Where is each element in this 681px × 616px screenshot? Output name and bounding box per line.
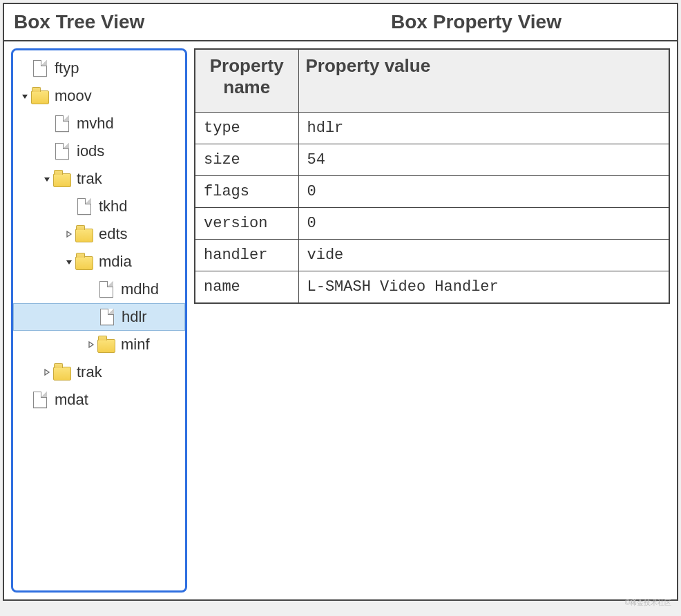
file-icon — [31, 59, 49, 77]
file-icon — [53, 115, 71, 133]
box-tree-panel[interactable]: ftypmoovmvhdiodstraktkhdedtsmdiamdhdhdlr… — [11, 48, 187, 593]
tree-node-edts[interactable]: edts — [13, 220, 185, 248]
tree-node-label: hdlr — [122, 308, 180, 326]
tree-node-minf[interactable]: minf — [13, 331, 185, 358]
tree-node-tkhd[interactable]: tkhd — [13, 193, 185, 220]
property-value: 0 — [298, 208, 669, 240]
property-view-title: Box Property View — [276, 4, 677, 40]
tree-node-moov[interactable]: moov — [13, 82, 185, 110]
watermark: ©稀金技术社区 — [625, 598, 671, 608]
property-name: name — [195, 271, 298, 304]
file-icon — [97, 280, 115, 298]
tree-view-title: Box Tree View — [4, 4, 276, 40]
tree-node-mvhd[interactable]: mvhd — [13, 110, 185, 137]
tree-node-label: trak — [77, 170, 181, 188]
property-value: 0 — [298, 176, 669, 208]
file-icon — [53, 142, 71, 160]
tree-node-label: mdia — [99, 253, 181, 271]
property-value: vide — [298, 240, 669, 271]
folder-icon — [97, 336, 115, 354]
folder-icon — [53, 367, 71, 381]
property-value: hdlr — [298, 113, 669, 144]
file-icon — [55, 143, 69, 160]
folder-icon — [75, 253, 93, 271]
body-row: ftypmoovmvhdiodstraktkhdedtsmdiamdhdhdlr… — [4, 41, 677, 599]
folder-icon — [31, 90, 49, 104]
property-name: version — [195, 208, 298, 240]
tree-toggle-icon[interactable] — [20, 93, 30, 99]
header-row: Box Tree View Box Property View — [4, 4, 677, 41]
property-row[interactable]: nameL-SMASH Video Handler — [195, 271, 669, 304]
tree-node-label: mvhd — [77, 115, 181, 133]
file-icon — [77, 198, 91, 215]
property-row[interactable]: flags0 — [195, 176, 669, 208]
tree-node-mdhd[interactable]: mdhd — [13, 276, 185, 303]
property-value: L-SMASH Video Handler — [298, 271, 669, 304]
tree-node-label: ftyp — [55, 59, 181, 77]
tree-node-hdlr[interactable]: hdlr — [13, 303, 185, 331]
tree-node-label: iods — [77, 142, 181, 160]
tree-node-ftyp[interactable]: ftyp — [13, 55, 185, 82]
property-value: 54 — [298, 144, 669, 176]
file-icon — [31, 391, 49, 409]
tree-toggle-icon[interactable] — [64, 258, 74, 265]
tree-node-label: trak — [77, 363, 181, 381]
file-icon — [98, 308, 116, 326]
tree-node-label: mdat — [55, 391, 181, 409]
file-icon — [100, 309, 114, 325]
property-name: type — [195, 113, 298, 144]
file-icon — [55, 115, 69, 132]
folder-icon — [75, 229, 93, 242]
tree-toggle-icon[interactable] — [64, 231, 74, 238]
folder-icon — [97, 339, 115, 353]
tree-node-trak[interactable]: trak — [13, 165, 185, 193]
folder-icon — [75, 225, 93, 243]
tree-toggle-icon[interactable] — [86, 341, 96, 348]
tree-node-label: minf — [121, 336, 181, 354]
property-row[interactable]: size54 — [195, 144, 669, 176]
property-panel: Property name Property value typehdlrsiz… — [194, 48, 670, 593]
folder-icon — [31, 87, 49, 105]
tree-node-label: edts — [99, 225, 181, 243]
tree-node-iods[interactable]: iods — [13, 137, 185, 165]
file-icon — [33, 392, 47, 408]
tree-node-label: mdhd — [121, 280, 181, 298]
folder-icon — [53, 170, 71, 188]
tree-node-trak[interactable]: trak — [13, 358, 185, 386]
property-row[interactable]: handlervide — [195, 240, 669, 271]
tree-node-label: tkhd — [99, 198, 181, 215]
file-icon — [75, 198, 93, 215]
property-table: Property name Property value typehdlrsiz… — [194, 48, 670, 304]
file-icon — [99, 281, 113, 298]
file-icon — [33, 60, 47, 77]
tree-node-label: moov — [55, 87, 181, 105]
folder-icon — [53, 363, 71, 381]
property-header-name: Property name — [195, 49, 298, 113]
property-name: size — [195, 144, 298, 176]
property-name: handler — [195, 240, 298, 271]
property-name: flags — [195, 176, 298, 208]
tree-node-mdia[interactable]: mdia — [13, 248, 185, 276]
folder-icon — [75, 256, 93, 270]
app-frame: Box Tree View Box Property View ftypmoov… — [3, 3, 678, 601]
property-row[interactable]: typehdlr — [195, 113, 669, 144]
property-row[interactable]: version0 — [195, 208, 669, 240]
tree-toggle-icon[interactable] — [42, 369, 52, 376]
tree-node-mdat[interactable]: mdat — [13, 386, 185, 414]
property-header-value: Property value — [298, 49, 669, 113]
tree-toggle-icon[interactable] — [42, 175, 52, 182]
folder-icon — [53, 173, 71, 187]
